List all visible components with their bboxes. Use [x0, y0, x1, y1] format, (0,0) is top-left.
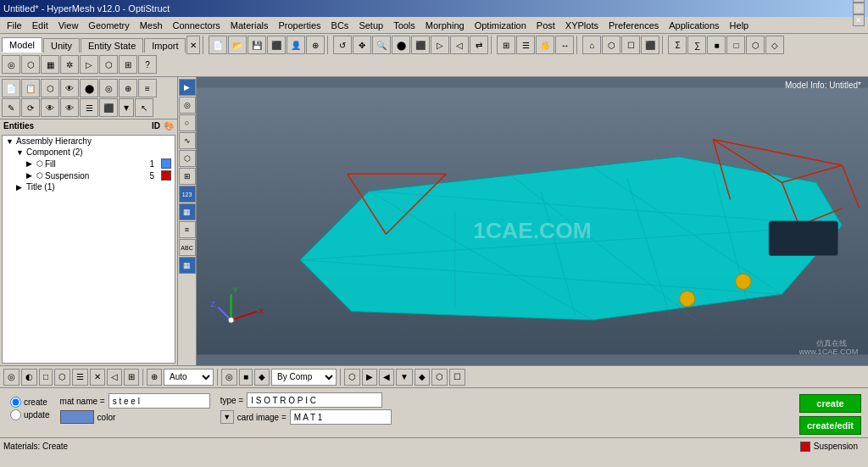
vert-btn8[interactable]: ▦	[179, 203, 196, 220]
menu-mesh[interactable]: Mesh	[135, 19, 168, 31]
toolbar2-btn3[interactable]: ▦	[41, 55, 59, 74]
vert-btn10[interactable]: ABC	[179, 239, 196, 256]
toolbar-zoom-btn[interactable]: 🔍	[372, 36, 391, 54]
create-edit-button[interactable]: create/edit	[799, 416, 861, 435]
color-swatch[interactable]	[60, 410, 94, 424]
bt-btn6[interactable]: ✕	[90, 369, 105, 386]
menu-edit[interactable]: Edit	[27, 19, 53, 31]
toolbar2-btn6[interactable]: ⬡	[99, 55, 118, 74]
panel-tb-btn2[interactable]: 📋	[21, 79, 40, 97]
bt-btn15[interactable]: ☐	[449, 369, 465, 386]
toolbar2-btn7[interactable]: ⊞	[119, 55, 137, 74]
panel-tb-select[interactable]: ▾	[119, 98, 134, 117]
menu-properties[interactable]: Properties	[273, 19, 326, 31]
toolbar-btn16[interactable]: ↔	[555, 36, 574, 54]
close-btn[interactable]: ✕	[853, 14, 865, 26]
bt-btn12[interactable]: ▼	[396, 369, 413, 386]
menu-bcs[interactable]: BCs	[326, 19, 354, 31]
vert-btn2[interactable]: ◎	[179, 97, 196, 114]
update-radio-label[interactable]: update	[10, 409, 50, 420]
toolbar-btn9[interactable]: ⬛	[411, 36, 430, 54]
create-radio[interactable]	[10, 397, 21, 408]
bt-btn5[interactable]: ☰	[72, 369, 88, 386]
toolbar2-btn5[interactable]: ▷	[80, 55, 98, 74]
bt-btn13[interactable]: ◆	[415, 369, 430, 386]
panel-tb-btn4[interactable]: 👁	[60, 79, 79, 97]
entity-suspension[interactable]: ▶ ⬡ Suspension 5	[23, 170, 175, 181]
menu-tools[interactable]: Tools	[388, 19, 420, 31]
vert-btn7[interactable]: 123	[179, 186, 196, 203]
panel-tb-btn1[interactable]: 📄	[2, 79, 20, 97]
vert-btn6[interactable]: ⊞	[179, 168, 196, 185]
toolbar-open-btn[interactable]: 📂	[228, 36, 247, 54]
bt-btn11[interactable]: ◀	[379, 369, 394, 386]
menu-morphing[interactable]: Morphing	[420, 19, 470, 31]
toolbar-btn24[interactable]: □	[726, 36, 745, 54]
bt-btn10[interactable]: ▶	[362, 369, 377, 386]
entity-component[interactable]: ▼ Component (2)	[13, 147, 175, 158]
entity-title[interactable]: ▶ Title (1)	[13, 181, 175, 192]
update-radio[interactable]	[10, 409, 21, 420]
vert-btn1[interactable]: ▶	[179, 79, 196, 96]
toolbar-fit-btn[interactable]: ⊞	[497, 36, 515, 54]
toolbar-btn10[interactable]: ▷	[431, 36, 449, 54]
toolbar-btn11[interactable]: ◁	[450, 36, 469, 54]
toolbar-btn5[interactable]: ⊕	[306, 36, 325, 54]
toolbar-btn23[interactable]: ■	[707, 36, 726, 54]
bt-btn8[interactable]: ⊞	[124, 369, 139, 386]
menu-file[interactable]: File	[2, 19, 27, 31]
panel-tb-btn3[interactable]: ⬡	[41, 79, 59, 97]
vert-btn5[interactable]: ⬡	[179, 150, 196, 167]
menu-help[interactable]: Help	[725, 19, 754, 31]
toolbar-pan-btn[interactable]: ✥	[353, 36, 371, 54]
mat-name-input[interactable]	[108, 393, 210, 409]
create-radio-label[interactable]: create	[10, 397, 50, 408]
bt-btn9[interactable]: ⬡	[344, 369, 360, 386]
menu-view[interactable]: View	[53, 19, 84, 31]
tab-unity[interactable]: Unity	[43, 38, 80, 53]
panel-tb-btn7[interactable]: ⊕	[119, 79, 137, 97]
toolbar-btn4[interactable]: 👤	[287, 36, 305, 54]
tab-import[interactable]: Import	[144, 38, 186, 53]
menu-materials[interactable]: Materials	[225, 19, 274, 31]
bt-btn4[interactable]: ⬡	[54, 369, 70, 386]
toolbar-save-btn[interactable]: 💾	[248, 36, 266, 54]
card-arrow-btn[interactable]: ▼	[220, 410, 234, 424]
toolbar2-btn4[interactable]: ✲	[60, 55, 79, 74]
panel-tb-btn11[interactable]: 👁	[41, 98, 59, 117]
vert-btn3[interactable]: ○	[179, 114, 196, 131]
viewport[interactable]: Model Info: Untitled*	[197, 77, 868, 365]
toolbar-new-btn[interactable]: 📄	[209, 36, 227, 54]
menu-post[interactable]: Post	[531, 19, 560, 31]
panel-tb-btn14[interactable]: ⬛	[99, 98, 118, 117]
menu-xyplots[interactable]: XYPlots	[560, 19, 604, 31]
maximize-btn[interactable]: □	[853, 3, 865, 14]
bt-btn7[interactable]: ◁	[107, 369, 122, 386]
menu-preferences[interactable]: Preferences	[604, 19, 664, 31]
create-button[interactable]: create	[799, 394, 861, 413]
panel-tb-cursor[interactable]: ↖	[135, 98, 153, 117]
toolbar-btn25[interactable]: ⬡	[746, 36, 765, 54]
entity-assembly-hierarchy[interactable]: ▼ Assembly Hierarchy	[3, 136, 175, 147]
toolbar-btn21[interactable]: Σ	[668, 36, 687, 54]
toolbar-btn26[interactable]: ◇	[765, 36, 784, 54]
toolbar-btn18[interactable]: ⬡	[602, 36, 620, 54]
menu-applications[interactable]: Applications	[664, 19, 724, 31]
card-image-input[interactable]	[290, 409, 392, 425]
menu-connectors[interactable]: Connectors	[168, 19, 225, 31]
menu-optimization[interactable]: Optimization	[470, 19, 531, 31]
vert-btn9[interactable]: ≡	[179, 221, 196, 238]
panel-tb-btn12[interactable]: 👁	[60, 98, 79, 117]
toolbar2-btn8[interactable]: ?	[138, 55, 157, 74]
close-panel-btn[interactable]: ✕	[186, 36, 200, 54]
bt-btn1[interactable]: ◎	[3, 369, 19, 386]
type-input[interactable]	[247, 392, 382, 408]
panel-tb-btn10[interactable]: ⟳	[21, 98, 40, 117]
tab-model[interactable]: Model	[2, 37, 42, 53]
toolbar-btn8[interactable]: ⬤	[392, 36, 410, 54]
toolbar-btn15[interactable]: 🖐	[536, 36, 554, 54]
bt-bycomp-select[interactable]: By Comp By Part By Material	[271, 369, 337, 386]
bt-btn3[interactable]: □	[39, 369, 53, 386]
vert-btn4[interactable]: ∿	[179, 132, 196, 149]
bt-btn2[interactable]: ◐	[21, 369, 37, 386]
